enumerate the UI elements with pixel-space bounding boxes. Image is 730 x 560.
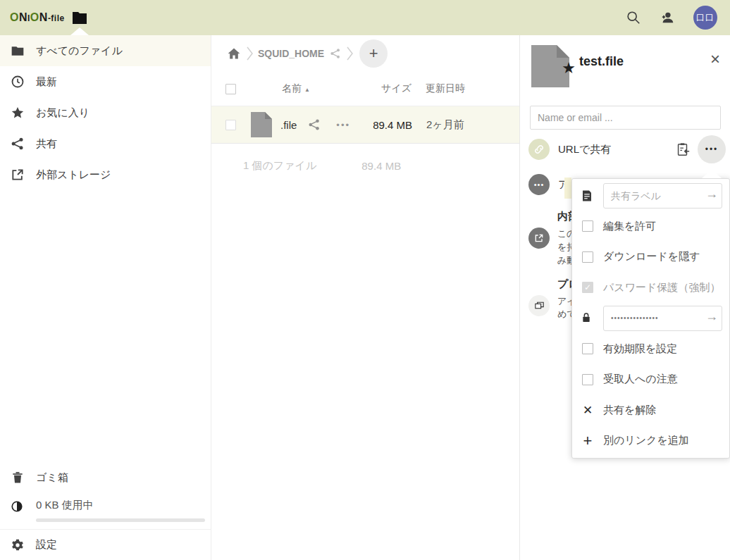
internal-link-icon[interactable] bbox=[528, 228, 550, 249]
menu-item-add-link[interactable]: + 別のリンクを追加 bbox=[572, 425, 729, 456]
breadcrumb-share-icon[interactable] bbox=[330, 48, 341, 59]
copy-link-icon[interactable] bbox=[675, 142, 691, 157]
column-header-modified[interactable]: 更新日時 bbox=[426, 82, 465, 95]
row-checkbox[interactable] bbox=[225, 120, 236, 130]
menu-item-expiration[interactable]: 有効期限を設定 bbox=[572, 334, 729, 365]
external-storage-icon bbox=[11, 168, 25, 182]
gear-icon bbox=[11, 538, 25, 552]
sidebar-item-all-files[interactable]: すべてのファイル bbox=[0, 35, 211, 66]
star-icon bbox=[11, 106, 25, 120]
share-link-menu-button[interactable]: ••• bbox=[698, 135, 726, 163]
share-search-input[interactable] bbox=[530, 106, 721, 130]
password-row: → bbox=[572, 303, 729, 334]
lock-icon bbox=[581, 312, 593, 325]
menu-item-allow-edit[interactable]: 編集を許可 bbox=[572, 211, 729, 242]
details-panel: ★ test.file × URLで共有 ••• ••• アクセス権を持つ他のユ… bbox=[519, 35, 730, 560]
share-link-row: URLで共有 ••• bbox=[528, 134, 730, 165]
link-icon bbox=[528, 139, 550, 160]
file-name[interactable]: .file bbox=[280, 119, 297, 131]
sidebar: すべてのファイル 最新 お気に入り 共有 外部ストレージ bbox=[0, 35, 211, 560]
sidebar-item-external-storage[interactable]: 外部ストレージ bbox=[0, 159, 211, 190]
topbar: ONION-file 口口 bbox=[0, 0, 730, 35]
close-icon[interactable]: × bbox=[710, 52, 720, 66]
sidebar-item-recent[interactable]: 最新 bbox=[0, 66, 211, 97]
highlight-strip bbox=[564, 178, 571, 199]
unshare-x-icon: ✕ bbox=[582, 403, 593, 418]
home-icon[interactable] bbox=[227, 46, 241, 61]
sidebar-item-favorites[interactable]: お気に入り bbox=[0, 97, 211, 128]
column-header-size[interactable]: サイズ bbox=[342, 82, 412, 95]
share-link-menu: → 編集を許可 ダウンロードを隠す ✓ パスワード保護（強制） bbox=[571, 178, 730, 459]
folder-icon bbox=[11, 44, 25, 58]
expiration-checkbox[interactable] bbox=[582, 343, 593, 354]
chevron-right-icon bbox=[344, 44, 355, 63]
menu-item-unshare[interactable]: ✕ 共有を解除 bbox=[572, 395, 729, 426]
sidebar-item-settings[interactable]: 設定 bbox=[0, 529, 211, 560]
quota-pie-icon bbox=[11, 500, 23, 513]
file-row[interactable]: .file ••• 89.4 MB 2ヶ月前 bbox=[211, 106, 519, 144]
avatar[interactable]: 口口 bbox=[693, 6, 717, 30]
file-icon bbox=[251, 112, 272, 137]
submit-arrow-icon[interactable]: → bbox=[705, 187, 718, 201]
summary-size: 89.4 MB bbox=[361, 160, 401, 172]
share-label-row: → bbox=[572, 180, 729, 211]
sort-asc-icon: ▲ bbox=[304, 87, 310, 93]
popover-arrow bbox=[702, 170, 722, 178]
label-icon bbox=[581, 189, 593, 202]
share-icon bbox=[11, 137, 25, 151]
plus-icon: + bbox=[582, 435, 593, 447]
contacts-icon[interactable] bbox=[660, 10, 675, 25]
file-table-header: 名前▲ サイズ 更新日時 bbox=[211, 72, 519, 106]
column-header-name[interactable]: 名前▲ bbox=[250, 82, 342, 95]
password-input[interactable] bbox=[603, 306, 722, 331]
select-all-checkbox[interactable] bbox=[225, 84, 236, 94]
quota-section: 0 KB 使用中 bbox=[0, 493, 211, 529]
menu-item-password-protect: ✓ パスワード保護（強制） bbox=[572, 273, 729, 304]
hide-download-checkbox[interactable] bbox=[582, 251, 593, 263]
new-file-button[interactable]: + bbox=[359, 39, 388, 68]
file-list-area: SQUID_HOME + 名前▲ サイズ 更新日時 .file ••• bbox=[211, 35, 519, 560]
allow-edit-checkbox[interactable] bbox=[582, 220, 593, 232]
chevron-right-icon bbox=[244, 44, 255, 63]
more-dots-icon: ••• bbox=[528, 174, 550, 195]
row-more-icon[interactable]: ••• bbox=[336, 120, 350, 130]
projects-icon[interactable] bbox=[528, 295, 550, 316]
password-protect-checkbox: ✓ bbox=[582, 282, 593, 293]
files-app-icon[interactable] bbox=[70, 9, 89, 26]
search-icon[interactable] bbox=[626, 10, 641, 25]
submit-arrow-icon[interactable]: → bbox=[705, 309, 718, 324]
trash-icon bbox=[11, 471, 25, 485]
summary-count: 1 個のファイル bbox=[243, 159, 316, 173]
breadcrumb-folder[interactable]: SQUID_HOME bbox=[258, 48, 324, 59]
note-checkbox[interactable] bbox=[582, 374, 593, 385]
share-link-label: URLで共有 bbox=[558, 143, 611, 156]
file-list-summary: 1 個のファイル 89.4 MB bbox=[211, 144, 519, 187]
file-size: 89.4 MB bbox=[363, 119, 412, 131]
file-modified: 2ヶ月前 bbox=[426, 118, 519, 132]
file-preview-icon: ★ bbox=[531, 45, 569, 87]
quota-bar bbox=[36, 518, 205, 522]
sidebar-item-shares[interactable]: 共有 bbox=[0, 128, 211, 159]
details-title: test.file bbox=[579, 54, 624, 69]
row-share-icon[interactable] bbox=[308, 118, 321, 131]
clock-icon bbox=[11, 75, 25, 89]
sidebar-item-trash[interactable]: ゴミ箱 bbox=[0, 462, 211, 493]
active-app-notch bbox=[70, 27, 89, 35]
menu-item-note[interactable]: 受取人への注意 bbox=[572, 364, 729, 395]
breadcrumb: SQUID_HOME + bbox=[211, 35, 519, 72]
favorite-star-icon[interactable]: ★ bbox=[562, 59, 576, 77]
app-logo[interactable]: ONION-file bbox=[10, 11, 65, 24]
share-label-input[interactable] bbox=[603, 183, 722, 209]
menu-item-hide-download[interactable]: ダウンロードを隠す bbox=[572, 242, 729, 273]
quota-label: 0 KB 使用中 bbox=[36, 499, 94, 512]
